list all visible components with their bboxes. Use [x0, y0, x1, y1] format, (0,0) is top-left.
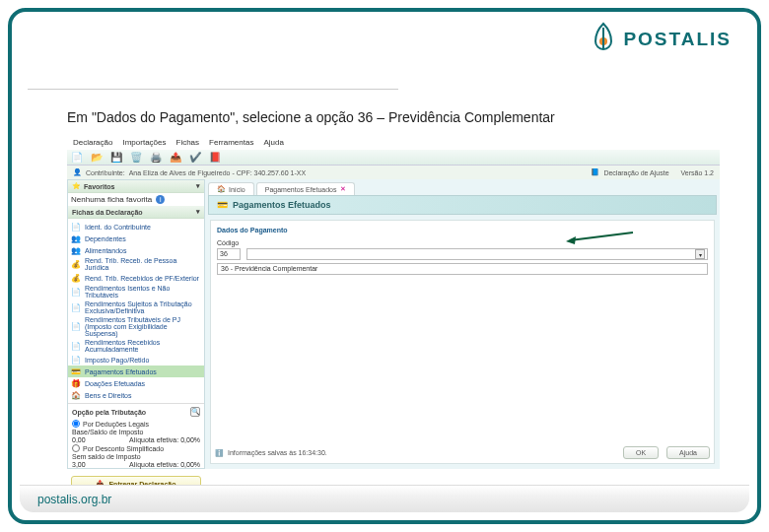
save-info: Informações salvas às 16:34:30. [228, 449, 327, 456]
dados-pagamento-label: Dados do Pagamento [217, 227, 708, 233]
radio-simplificado[interactable]: Por Desconto Simplificado [72, 444, 200, 452]
opcao-tributacao: Opção pela Tributação 🔍 Por Deduções Leg… [68, 403, 204, 472]
page-icon: 📄 [71, 287, 81, 297]
status-line: 👤 Contribuinte: Ana Eliza de Alves de Fi… [67, 166, 720, 179]
chevron-down-icon[interactable]: ▾ [695, 249, 705, 259]
sidebar-item-isentos[interactable]: 📄Rendimentos Isentos e Não Tributáveis [68, 284, 204, 299]
panel-title: 💳 Pagamentos Efetuados [208, 195, 717, 215]
card-icon: 💳 [217, 200, 228, 210]
sidebar-item-rend-pj[interactable]: 💰Rend. Trib. Receb. de Pessoa Jurídica [68, 256, 204, 272]
pdf-icon[interactable]: 📕 [209, 152, 221, 164]
coin-icon: 💰 [71, 273, 81, 283]
sidebar-item-suspensa[interactable]: 📄Rendimentos Tributáveis de PJ (Imposto … [68, 315, 204, 338]
page-icon: 📄 [71, 302, 81, 312]
save-icon[interactable]: 💾 [110, 152, 122, 164]
menu-item[interactable]: Ferramentas [209, 138, 253, 148]
tipo-declaracao: Declaração de Ajuste [603, 169, 668, 176]
sidebar-item-exclusiva[interactable]: 📄Rendimentos Sujeitos à Tributação Exclu… [68, 299, 204, 315]
gift-icon: 🎁 [71, 378, 81, 388]
doc-icon: 💳 [71, 366, 81, 376]
sidebar-item-alimentandos[interactable]: 👥Alimentandos [68, 244, 204, 256]
toolbar: 📄 📂 💾 🗑️ 🖨️ 📤 ✔️ 📕 [67, 150, 720, 166]
page-icon: 📄 [71, 222, 81, 232]
menu-item[interactable]: Importações [122, 138, 166, 148]
collapse-icon[interactable]: ▾ [196, 182, 200, 190]
coin-icon: 💰 [71, 259, 81, 269]
sidebar-item-rend-pf[interactable]: 💰Rend. Trib. Recebidos de PF/Exterior [68, 272, 204, 284]
radio-deducoes[interactable]: Por Deduções Legais [72, 420, 200, 428]
people-icon: 👥 [71, 233, 81, 243]
check-icon[interactable]: ✔️ [189, 152, 201, 164]
codigo-select[interactable]: ▾ [246, 248, 708, 260]
no-favorite: Nenhuma ficha favorita i [68, 193, 204, 206]
slide-instruction: Em "Dados do Pagamento", selecione a opç… [67, 109, 555, 125]
sidebar-item-bens[interactable]: 🏠Bens e Direitos [68, 389, 204, 401]
main-area: 🏠Início Pagamentos Efetuados✕ 💳 Pagament… [205, 179, 720, 469]
card-footer: ℹ️ Informações salvas às 16:34:30. OK Aj… [215, 446, 710, 459]
sidebar: ⭐ Favoritos ▾ Nenhuma ficha favorita i F… [67, 179, 205, 469]
fichas-header[interactable]: Fichas da Declaração ▾ [68, 206, 204, 219]
info-icon[interactable]: i [156, 195, 165, 204]
close-tab-icon[interactable]: ✕ [340, 185, 346, 193]
sidebar-item-ident[interactable]: 📄Ident. do Contribuinte [68, 221, 204, 233]
footer-url: postalis.org.br [37, 493, 111, 506]
menu-item[interactable]: Fichas [176, 138, 200, 148]
person-icon: 👤 [73, 168, 82, 176]
star-icon: ⭐ [72, 182, 81, 190]
irpf-app-window: Declaração Importações Fichas Ferramenta… [67, 136, 720, 469]
sidebar-item-imposto[interactable]: 📄Imposto Pago/Retido [68, 354, 204, 366]
doc-icon: 📘 [591, 168, 599, 176]
page-icon: 📄 [71, 322, 81, 332]
sidebar-item-acumulados[interactable]: 📄Rendimentos Recebidos Acumuladamente [68, 338, 204, 354]
print-icon[interactable]: 🖨️ [150, 152, 162, 164]
tabs: 🏠Início Pagamentos Efetuados✕ [205, 179, 720, 195]
sidebar-item-doacoes[interactable]: 🎁Doações Efetuadas [68, 377, 204, 389]
open-icon[interactable]: 📂 [91, 152, 103, 164]
sidebar-item-pagamentos[interactable]: 💳Pagamentos Efetuados [68, 366, 204, 377]
brand-logo-block: POSTALIS [590, 22, 732, 57]
collapse-icon[interactable]: ▾ [196, 208, 200, 216]
contribuinte-label: Contribuinte: [86, 169, 125, 176]
new-icon[interactable]: 📄 [71, 152, 83, 164]
tab-inicio[interactable]: 🏠Início [208, 182, 254, 195]
sidebar-item-dependentes[interactable]: 👥Dependentes [68, 233, 204, 244]
info-icon: ℹ️ [215, 449, 224, 457]
home-icon: 🏠 [217, 185, 226, 193]
dados-pagamento-card: Dados do Pagamento Código 36 ▾ 36 - Prev… [210, 220, 715, 464]
menu-item[interactable]: Ajuda [263, 138, 283, 148]
contribuinte-value: Ana Eliza de Alves de Figueiredo - CPF: … [129, 169, 306, 176]
delete-icon[interactable]: 🗑️ [130, 152, 142, 164]
people-icon: 👥 [71, 245, 81, 255]
codigo-description: 36 - Previdência Complementar [217, 263, 708, 275]
page-icon: 📄 [71, 355, 81, 365]
slide-footer: postalis.org.br [20, 485, 749, 512]
versao: Versão 1.2 [681, 169, 714, 176]
ok-button[interactable]: OK [623, 446, 659, 459]
page-icon: 📄 [71, 341, 81, 351]
search-icon[interactable]: 🔍 [190, 407, 200, 417]
codigo-input[interactable]: 36 [217, 248, 241, 260]
postalis-logo-icon [590, 22, 617, 57]
tab-pagamentos[interactable]: Pagamentos Efetuados✕ [256, 182, 355, 195]
brand-name: POSTALIS [623, 29, 732, 50]
menu-bar[interactable]: Declaração Importações Fichas Ferramenta… [67, 136, 720, 150]
codigo-label: Código [217, 239, 708, 246]
favoritos-header[interactable]: ⭐ Favoritos ▾ [68, 180, 204, 193]
menu-item[interactable]: Declaração [73, 138, 112, 148]
house-icon: 🏠 [71, 390, 81, 400]
fichas-tree: 📄Ident. do Contribuinte 👥Dependentes 👥Al… [68, 219, 204, 403]
ajuda-button[interactable]: Ajuda [666, 446, 710, 459]
header-divider [28, 89, 741, 90]
export-icon[interactable]: 📤 [170, 152, 181, 164]
